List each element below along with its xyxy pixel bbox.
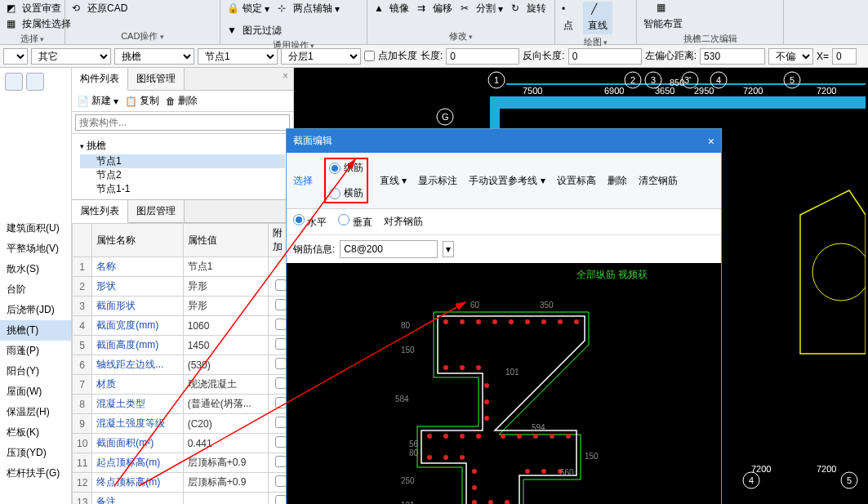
- tree-node-1-1[interactable]: 节点1-1: [80, 182, 285, 196]
- btn-split[interactable]: ✂分割 ▾: [461, 2, 503, 16]
- tab-drawing-mgmt[interactable]: 图纸管理: [128, 68, 185, 90]
- select-type[interactable]: 挑檐: [114, 48, 194, 65]
- radio-vertical[interactable]: 垂直: [338, 214, 372, 230]
- dialog-select-link[interactable]: 选择: [293, 174, 313, 188]
- left-item-2[interactable]: 散水(S): [0, 259, 71, 279]
- input-offset[interactable]: [700, 48, 765, 65]
- left-item-9[interactable]: 保温层(H): [0, 402, 71, 422]
- left-item-0[interactable]: 建筑面积(U): [0, 218, 71, 239]
- table-row[interactable]: 13备注: [73, 493, 293, 505]
- radio-zongjin[interactable]: 纵筋: [329, 161, 363, 175]
- tab-component-list[interactable]: 构件列表: [72, 68, 128, 91]
- btn-offset[interactable]: ⇉偏移: [417, 2, 452, 16]
- table-row[interactable]: 9混凝土强度等级(C20): [73, 414, 293, 434]
- svg-point-56: [517, 434, 522, 439]
- tree-root[interactable]: 挑檐: [80, 137, 285, 154]
- table-row[interactable]: 11起点顶标高(m)层顶标高+0.9: [73, 453, 293, 473]
- btn-element-filter[interactable]: ▼图元过滤: [227, 24, 282, 38]
- left-item-10[interactable]: 栏板(K): [0, 422, 71, 443]
- left-item-1[interactable]: 平整场地(V): [0, 239, 71, 259]
- svg-text:6900: 6900: [604, 86, 624, 96]
- select-node[interactable]: 节点1: [198, 48, 278, 65]
- dialog-titlebar[interactable]: 截面编辑 ×: [287, 129, 721, 153]
- btn-mirror[interactable]: ▲镜像: [374, 2, 409, 16]
- left-item-11[interactable]: 压顶(YD): [0, 443, 71, 463]
- dialog-clear[interactable]: 清空钢筋: [639, 174, 678, 188]
- svg-point-61: [541, 469, 546, 474]
- dialog-line[interactable]: 直线 ▾: [380, 174, 407, 188]
- left-item-7[interactable]: 阳台(Y): [0, 361, 71, 381]
- label-x: X=: [817, 51, 829, 62]
- table-row[interactable]: 10截面面积(m²)0.441: [73, 434, 293, 453]
- search-input[interactable]: [75, 114, 290, 131]
- dialog-close-icon[interactable]: ×: [708, 135, 714, 148]
- btn-delete[interactable]: 🗑删除: [166, 94, 198, 108]
- radio-horizontal[interactable]: 水平: [293, 214, 327, 230]
- rebar-info-input[interactable]: [340, 240, 438, 258]
- svg-point-43: [460, 365, 465, 370]
- group-cad-label[interactable]: CAD操作: [72, 29, 213, 42]
- btn-select-by-prop[interactable]: ▦按属性选择: [7, 17, 71, 31]
- group-draw-label[interactable]: 绘图: [562, 34, 630, 48]
- table-row[interactable]: 6轴线距左边线...(530): [73, 355, 293, 375]
- tree-node-1[interactable]: 节点1: [80, 154, 285, 168]
- btn-line[interactable]: ╱直线: [583, 2, 612, 34]
- panel-close-icon[interactable]: ×: [278, 68, 293, 90]
- btn-set-review[interactable]: ◩设置审查: [7, 2, 61, 16]
- group-modify-label[interactable]: 修改: [374, 29, 548, 42]
- dialog-show-dim[interactable]: 显示标注: [418, 174, 457, 188]
- btn-smart-layout[interactable]: ▦智能布置: [643, 2, 683, 31]
- btn-two-point-axis[interactable]: ⊹两点辅轴 ▾: [278, 2, 340, 16]
- rebar-info-dropdown-icon[interactable]: ▾: [443, 241, 454, 257]
- svg-point-44: [476, 365, 481, 370]
- btn-lock[interactable]: 🔒锁定 ▾: [227, 2, 269, 16]
- left-item-4[interactable]: 后浇带(JD): [0, 300, 71, 320]
- table-row[interactable]: 4截面宽度(mm)1060: [73, 316, 293, 336]
- tab-layer-mgmt[interactable]: 图层管理: [128, 200, 185, 222]
- cad-icon: ⟲: [72, 2, 85, 16]
- select-blank[interactable]: [3, 48, 28, 65]
- table-row[interactable]: 1名称节点1: [73, 257, 293, 277]
- left-item-3[interactable]: 台阶: [0, 279, 71, 300]
- left-item-8[interactable]: 屋面(W): [0, 381, 71, 402]
- tab-prop-list[interactable]: 属性列表: [72, 200, 128, 223]
- btn-point[interactable]: •点: [562, 3, 575, 33]
- view-toggle-1[interactable]: [5, 73, 23, 91]
- radio-horiz-icon: [293, 214, 305, 225]
- table-row[interactable]: 8混凝土类型(普通砼(坍落...: [73, 395, 293, 414]
- input-reverse[interactable]: [568, 48, 642, 65]
- svg-text:2950: 2950: [694, 86, 714, 96]
- dialog-set-elev[interactable]: 设置标高: [557, 174, 596, 188]
- tree-node-2[interactable]: 节点2: [80, 168, 285, 182]
- select-layer[interactable]: 分层1: [281, 48, 361, 65]
- table-row[interactable]: 3截面形状异形: [73, 297, 293, 316]
- svg-point-58: [550, 434, 554, 439]
- table-row[interactable]: 5截面高度(mm)1450: [73, 336, 293, 355]
- btn-copy[interactable]: 📋复制: [125, 94, 159, 108]
- dialog-manual-ref[interactable]: 手动设置参考线 ▾: [469, 174, 545, 188]
- table-row[interactable]: 2形状异形: [73, 277, 293, 297]
- input-length[interactable]: [446, 48, 519, 65]
- svg-text:560: 560: [560, 468, 574, 477]
- input-x[interactable]: [832, 48, 857, 65]
- left-item-6[interactable]: 雨蓬(P): [0, 341, 71, 361]
- dialog-canvas[interactable]: 全部纵筋 视频获 80 150 584: [287, 263, 721, 504]
- table-row[interactable]: 7材质现浇混凝土: [73, 375, 293, 395]
- svg-text:7200: 7200: [817, 464, 836, 474]
- btn-restore-cad[interactable]: ⟲还原CAD: [72, 2, 127, 16]
- dialog-delete[interactable]: 删除: [608, 174, 627, 188]
- dialog-align-rebar[interactable]: 对齐钢筋: [384, 215, 423, 229]
- btn-rotate[interactable]: ↻旋转: [511, 2, 546, 16]
- svg-point-64: [472, 485, 477, 490]
- select-nooffset[interactable]: 不偏移: [768, 48, 813, 65]
- left-item-5[interactable]: 挑檐(T): [0, 320, 71, 341]
- select-category[interactable]: 其它: [31, 48, 111, 65]
- table-row[interactable]: 12终点顶标高(m)层顶标高+0.9: [73, 473, 293, 493]
- svg-text:350: 350: [540, 301, 554, 310]
- view-toggle-2[interactable]: [26, 73, 44, 91]
- group-select-label[interactable]: 选择: [7, 31, 58, 45]
- radio-hengjin[interactable]: 横筋: [329, 186, 363, 200]
- chk-add-length[interactable]: [364, 51, 375, 61]
- left-item-12[interactable]: 栏杆扶手(G): [0, 463, 71, 484]
- btn-new[interactable]: 📄新建 ▾: [77, 94, 118, 108]
